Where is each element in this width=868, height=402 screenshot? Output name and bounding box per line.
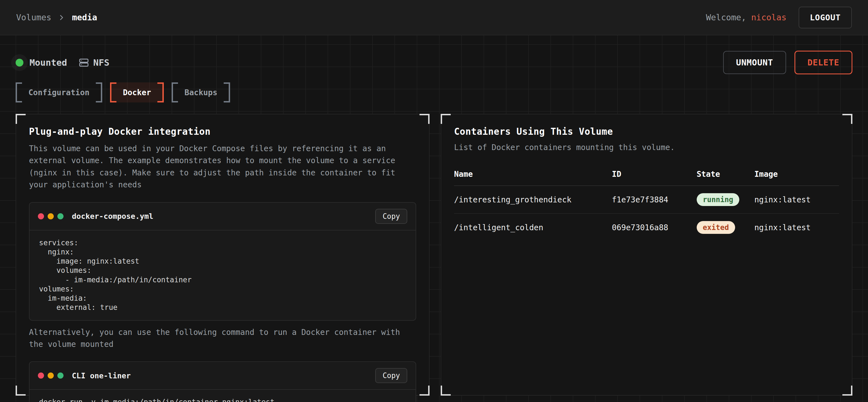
amber-dot-icon (48, 213, 54, 220)
traffic-light-dots (38, 372, 63, 379)
topbar-right: Welcome, nicolas LOGOUT (706, 7, 852, 28)
status-row: Mounted NFS UNMOUNT DELETE (16, 35, 852, 74)
container-image: nginx:latest (754, 186, 839, 213)
breadcrumb-volumes-link[interactable]: Volumes (16, 12, 51, 22)
tab-configuration[interactable]: Configuration (16, 82, 102, 102)
panel-corner-mark (842, 386, 852, 396)
cli-code-block: CLI one-liner Copy docker run -v im-medi… (29, 361, 416, 402)
logout-button[interactable]: LOGOUT (799, 7, 852, 28)
red-dot-icon (38, 372, 44, 379)
cli-code-content: docker run -v im-media:/path/in/containe… (30, 390, 415, 402)
status-badge: exited (697, 221, 735, 234)
status-badge: running (697, 193, 740, 206)
container-name: /interesting_grothendieck (454, 186, 612, 213)
tab-docker[interactable]: Docker (110, 82, 164, 102)
panel-corner-mark (16, 114, 26, 124)
container-id: 069e73016a88 (612, 213, 697, 241)
chevron-right-icon (57, 13, 66, 22)
panel-corner-mark (842, 114, 852, 124)
containers-table: Name ID State Image /interesting_grothen… (454, 170, 839, 241)
volume-actions: UNMOUNT DELETE (723, 51, 852, 74)
top-bar: Volumes media Welcome, nicolas LOGOUT (0, 0, 868, 35)
compose-code-header: docker-compose.yml Copy (30, 203, 415, 231)
compose-code-content: services: nginx: image: nginx:latest vol… (30, 231, 415, 320)
breadcrumb: Volumes media (16, 12, 97, 22)
delete-button[interactable]: DELETE (795, 51, 852, 74)
amber-dot-icon (48, 372, 54, 379)
containers-panel-title: Containers Using This Volume (454, 126, 839, 137)
username: nicolas (751, 12, 786, 22)
compose-code-block: docker-compose.yml Copy services: nginx:… (29, 202, 416, 321)
volume-status: Mounted NFS (16, 57, 110, 68)
table-row: /intelligent_colden 069e73016a88 exited … (454, 213, 839, 241)
containers-panel-subtitle: List of Docker containers mounting this … (454, 141, 839, 154)
compose-copy-button[interactable]: Copy (375, 209, 407, 224)
tab-backups[interactable]: Backups (172, 82, 230, 102)
panel-corner-mark (441, 386, 451, 396)
mount-status: Mounted (16, 57, 67, 68)
green-dot-icon (57, 213, 63, 220)
volume-type: NFS (79, 57, 110, 68)
column-header-image: Image (754, 170, 839, 186)
docker-panel-title: Plug-and-play Docker integration (29, 126, 416, 137)
compose-filename: docker-compose.yml (72, 212, 154, 221)
mount-state-label: Mounted (30, 57, 67, 68)
panel-corner-mark (420, 386, 430, 396)
table-row: /interesting_grothendieck f1e73e7f3884 r… (454, 186, 839, 213)
cli-code-header: CLI one-liner Copy (30, 362, 415, 390)
panel-corner-mark (441, 114, 451, 124)
main-content: Mounted NFS UNMOUNT DELETE Configuration… (0, 35, 868, 402)
container-name: /intelligent_colden (454, 213, 612, 241)
green-dot-icon (57, 372, 63, 379)
panel-corner-mark (420, 114, 430, 124)
unmount-button[interactable]: UNMOUNT (723, 51, 786, 74)
container-id: f1e73e7f3884 (612, 186, 697, 213)
tab-bar: Configuration Docker Backups (16, 82, 852, 103)
volume-type-label: NFS (93, 57, 110, 68)
mounted-status-dot (16, 59, 23, 67)
server-icon (79, 58, 89, 68)
welcome-text: Welcome, nicolas (706, 12, 786, 22)
cli-intro-text: Alternatively, you can use the following… (29, 326, 416, 350)
containers-panel: Containers Using This Volume List of Doc… (441, 114, 852, 396)
panels: Plug-and-play Docker integration This vo… (16, 114, 852, 396)
breadcrumb-current-page: media (72, 12, 97, 22)
container-image: nginx:latest (754, 213, 839, 241)
column-header-id: ID (612, 170, 697, 186)
table-header-row: Name ID State Image (454, 170, 839, 186)
column-header-name: Name (454, 170, 612, 186)
docker-integration-panel: Plug-and-play Docker integration This vo… (16, 114, 430, 396)
red-dot-icon (38, 213, 44, 220)
cli-copy-button[interactable]: Copy (375, 368, 407, 383)
traffic-light-dots (38, 213, 63, 220)
panel-corner-mark (16, 386, 26, 396)
cli-block-label: CLI one-liner (72, 371, 131, 380)
docker-panel-description: This volume can be used in your Docker C… (29, 142, 416, 191)
column-header-state: State (697, 170, 754, 186)
